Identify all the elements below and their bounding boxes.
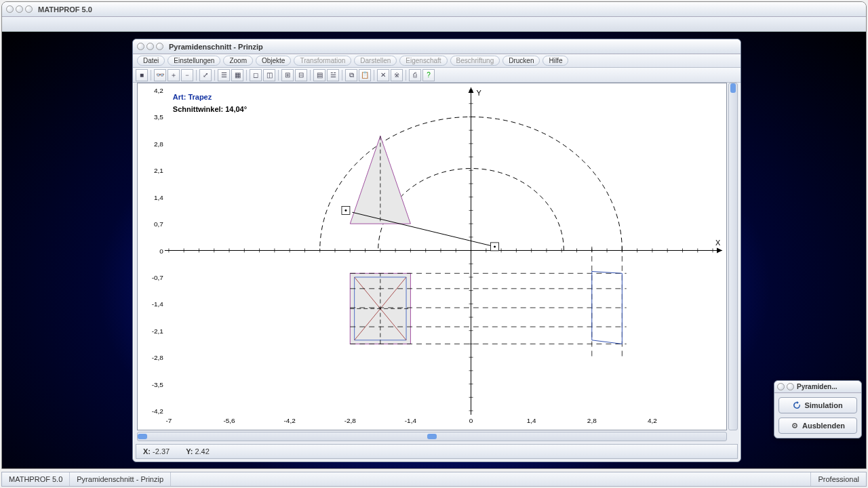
window-controls (6, 5, 33, 13)
clip-button[interactable]: 📋 (359, 69, 371, 81)
plot-svg: XY-4,2-3,5-2,8-2,1-1,4-0,700,71,42,12,83… (138, 83, 726, 430)
simulation-panel-title[interactable]: Pyramiden... (774, 381, 861, 393)
panel-close-icon[interactable] (787, 383, 794, 390)
child-close-icon[interactable] (156, 43, 163, 50)
svg-text:0,7: 0,7 (154, 220, 163, 228)
child-statusbar: X: -2.37 Y: 2.42 (136, 444, 738, 459)
simulation-panel[interactable]: Pyramiden... Simulation Ausblenden (774, 380, 862, 439)
menu-transformation: Transformation (294, 56, 351, 66)
svg-text:-2,8: -2,8 (344, 417, 357, 424)
svg-text:Schnittwinkel: 14,04°: Schnittwinkel: 14,04° (173, 105, 247, 113)
app-body: Pyramidenschnitt - Prinzip DateiEinstell… (2, 17, 866, 468)
simulation-button-label: Simulation (804, 401, 842, 409)
svg-text:Art: Trapez: Art: Trapez (173, 93, 212, 101)
svg-point-96 (494, 245, 496, 247)
menu-darstellen: Darstellen (354, 56, 397, 66)
child-title: Pyramidenschnitt - Prinzip (169, 43, 263, 51)
toolbar: ■👓＋－⤢☰▦◻◫⊞⊟▤☱⧉📋✕※⎙? (133, 68, 741, 83)
svg-text:Y: Y (477, 89, 482, 97)
child-window-controls (137, 43, 163, 50)
zoom-fit-button[interactable]: ⤢ (199, 69, 212, 81)
win2-button[interactable]: ◫ (263, 69, 275, 81)
menubar: DateiEinstellungenZoomObjekteTransformat… (133, 54, 741, 68)
svg-text:-2,8: -2,8 (152, 354, 164, 361)
svg-text:2,1: 2,1 (154, 167, 163, 174)
copy-button[interactable]: ⧉ (345, 69, 357, 81)
status-cell-doc: Pyramidenschnitt - Prinzip (70, 472, 171, 486)
hide-button-label: Ausblenden (802, 422, 845, 430)
grid2-button[interactable]: ⊟ (295, 69, 307, 81)
gear-icon (791, 422, 799, 430)
grid1-button[interactable]: ⊞ (281, 69, 294, 81)
svg-text:0: 0 (469, 417, 473, 424)
zoom-in-button[interactable]: ＋ (167, 69, 180, 81)
menu-beschriftung: Beschriftung (450, 56, 500, 66)
svg-text:2,8: 2,8 (154, 140, 163, 148)
svg-marker-63 (717, 248, 722, 253)
menu-eigenschaft: Eigenschaft (399, 56, 447, 66)
svg-text:-1,4: -1,4 (405, 417, 417, 424)
binoculars-button[interactable]: 👓 (154, 69, 166, 81)
outer-menuband (2, 17, 866, 32)
panel-title-text: Pyramiden... (797, 383, 837, 390)
svg-text:1,4: 1,4 (154, 194, 163, 201)
plot-canvas[interactable]: XY-4,2-3,5-2,8-2,1-1,4-0,700,71,42,12,83… (137, 83, 727, 430)
main-titlebar[interactable]: MATHPROF 5.0 (2, 2, 866, 17)
child-titlebar[interactable]: Pyramidenschnitt - Prinzip (133, 39, 741, 54)
main-title: MATHPROF 5.0 (38, 5, 92, 14)
menu-hilfe[interactable]: Hilfe (542, 56, 568, 66)
minimize-icon[interactable] (6, 5, 14, 13)
panel-controls (777, 383, 794, 390)
svg-text:4,2: 4,2 (648, 417, 657, 424)
svg-text:-7: -7 (165, 417, 172, 424)
layout-button[interactable]: ▦ (231, 69, 243, 81)
zoom-out-button[interactable]: － (181, 69, 193, 81)
menu-datei[interactable]: Datei (137, 56, 165, 66)
svg-text:-3,5: -3,5 (152, 381, 164, 388)
table-button[interactable]: ▤ (313, 69, 326, 81)
refresh-icon (793, 401, 801, 409)
horizontal-scrollbar[interactable] (137, 432, 727, 441)
svg-text:-0,7: -0,7 (152, 274, 164, 281)
close-icon[interactable] (25, 5, 33, 13)
svg-text:-5,6: -5,6 (223, 417, 235, 424)
svg-text:-1,4: -1,4 (152, 300, 164, 308)
status-spacer (171, 472, 810, 486)
svg-text:0: 0 (159, 247, 163, 255)
svg-text:3,5: 3,5 (154, 113, 163, 121)
x1-button[interactable]: ✕ (377, 69, 389, 81)
win1-button[interactable]: ◻ (250, 69, 262, 81)
child-window: Pyramidenschnitt - Prinzip DateiEinstell… (132, 39, 741, 462)
simulation-button[interactable]: Simulation (778, 397, 857, 413)
help-button[interactable]: ? (422, 69, 435, 81)
vertical-scrollbar[interactable] (728, 83, 738, 430)
stop-button[interactable]: ■ (136, 69, 148, 81)
vscroll-thumb[interactable] (730, 83, 736, 93)
hide-button[interactable]: Ausblenden (778, 418, 857, 434)
svg-text:-4,2: -4,2 (284, 417, 296, 424)
menu-objekte[interactable]: Objekte (256, 56, 291, 66)
svg-text:1,4: 1,4 (527, 417, 536, 424)
status-y: Y: 2.42 (186, 447, 210, 455)
svg-text:4,2: 4,2 (154, 87, 163, 94)
menu-einstellungen[interactable]: Einstellungen (167, 56, 220, 66)
panel-min-icon[interactable] (777, 383, 785, 390)
app-statusbar: MATHPROF 5.0 Pyramidenschnitt - Prinzip … (1, 472, 867, 487)
props-button[interactable]: ☰ (218, 69, 230, 81)
child-maximize-icon[interactable] (146, 43, 154, 50)
menu-drucken[interactable]: Drucken (502, 56, 540, 66)
x2-button[interactable]: ※ (391, 69, 403, 81)
status-cell-app: MATHPROF 5.0 (2, 472, 70, 486)
child-minimize-icon[interactable] (137, 43, 144, 50)
menu-zoom[interactable]: Zoom (223, 56, 253, 66)
hscroll-thumb-center[interactable] (427, 434, 437, 439)
svg-text:-2,1: -2,1 (152, 327, 164, 335)
maximize-icon[interactable] (16, 5, 23, 13)
main-window: MATHPROF 5.0 Pyramidenschnitt - Prinzip … (1, 1, 867, 469)
status-x: X: -2.37 (143, 447, 170, 455)
cols-button[interactable]: ☱ (327, 69, 339, 81)
svg-point-114 (794, 425, 795, 426)
svg-line-92 (352, 212, 494, 247)
print-button[interactable]: ⎙ (409, 69, 421, 81)
hscroll-thumb-left[interactable] (138, 434, 147, 439)
